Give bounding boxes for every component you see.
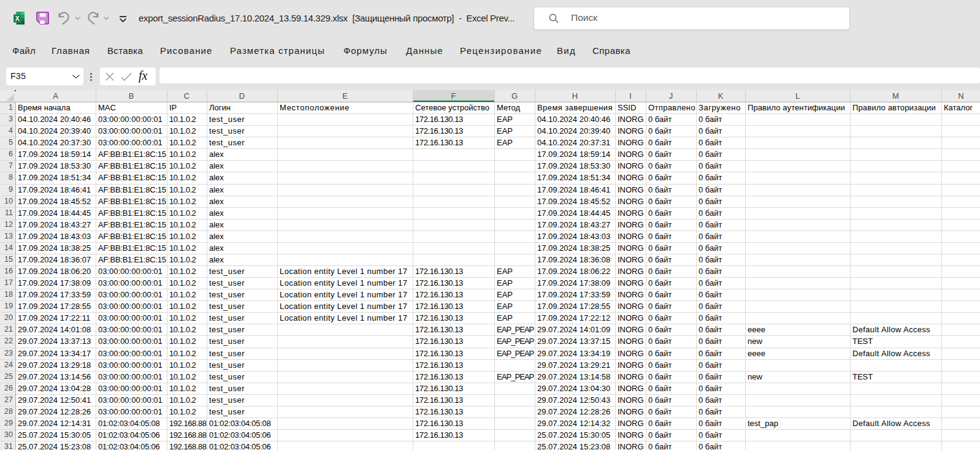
svg-text:X: X bbox=[15, 15, 20, 22]
